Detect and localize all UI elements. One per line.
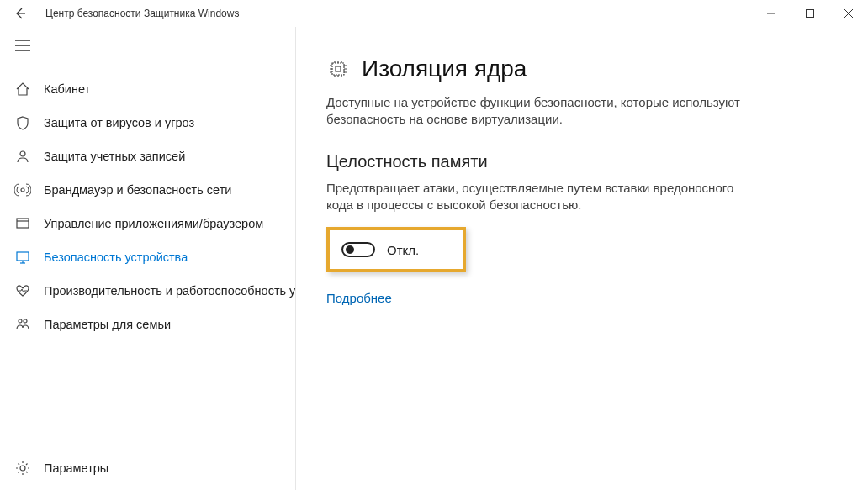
memory-integrity-toggle-row: Откл. bbox=[341, 242, 419, 257]
svg-rect-9 bbox=[17, 219, 29, 228]
svg-point-16 bbox=[20, 466, 25, 471]
titlebar: Центр безопасности Защитника Windows bbox=[0, 0, 868, 27]
toggle-label: Откл. bbox=[387, 243, 419, 257]
learn-more-link[interactable]: Подробнее bbox=[326, 291, 392, 305]
firewall-icon bbox=[13, 181, 32, 199]
page-title: Изоляция ядра bbox=[362, 55, 527, 82]
sidebar-item-performance[interactable]: Производительность и работоспособность у… bbox=[0, 274, 295, 308]
page-description: Доступные на устройстве функции безопасн… bbox=[326, 94, 764, 129]
window-title: Центр безопасности Защитника Windows bbox=[40, 8, 239, 19]
shield-icon bbox=[13, 113, 32, 132]
svg-rect-1 bbox=[807, 10, 814, 18]
sidebar-item-device-security[interactable]: Безопасность устройства bbox=[0, 240, 295, 274]
chip-icon bbox=[326, 57, 350, 81]
hamburger-icon bbox=[15, 40, 30, 51]
main-content: Изоляция ядра Доступные на устройстве фу… bbox=[296, 27, 868, 490]
arrow-left-icon bbox=[13, 7, 27, 20]
gear-icon bbox=[13, 459, 32, 477]
close-button[interactable] bbox=[829, 0, 868, 27]
family-icon bbox=[13, 315, 32, 334]
svg-point-7 bbox=[20, 151, 25, 156]
minimize-icon bbox=[767, 9, 775, 18]
sidebar-item-settings[interactable]: Параметры bbox=[0, 451, 295, 485]
sidebar-item-label: Брандмауэр и безопасность сети bbox=[32, 183, 231, 197]
svg-point-8 bbox=[21, 188, 24, 192]
sidebar-item-label: Управление приложениями/браузером bbox=[32, 217, 263, 230]
sidebar-item-label: Защита от вирусов и угроз bbox=[32, 116, 194, 129]
device-security-icon bbox=[13, 248, 32, 266]
sidebar-item-family[interactable]: Параметры для семьи bbox=[0, 308, 295, 341]
minimize-button[interactable] bbox=[752, 0, 791, 27]
app-browser-icon bbox=[13, 214, 32, 233]
highlight-box: Откл. bbox=[326, 227, 466, 272]
sidebar: Кабинет Защита от вирусов и угроз Защита… bbox=[0, 27, 296, 490]
back-button[interactable] bbox=[0, 0, 40, 27]
memory-integrity-toggle[interactable] bbox=[341, 242, 375, 257]
toggle-knob bbox=[346, 245, 354, 254]
sidebar-item-home[interactable]: Кабинет bbox=[0, 72, 295, 106]
sidebar-item-label: Параметры bbox=[32, 461, 108, 475]
sidebar-item-account[interactable]: Защита учетных записей bbox=[0, 140, 295, 173]
page-title-row: Изоляция ядра bbox=[326, 55, 838, 82]
svg-rect-18 bbox=[336, 66, 341, 71]
nav: Кабинет Защита от вирусов и угроз Защита… bbox=[0, 72, 295, 341]
heart-icon bbox=[13, 282, 32, 300]
svg-point-14 bbox=[19, 319, 22, 323]
section-description: Предотвращает атаки, осуществляемые путе… bbox=[326, 180, 764, 214]
account-icon bbox=[13, 147, 32, 166]
home-icon bbox=[13, 80, 32, 98]
sidebar-item-label: Кабинет bbox=[32, 82, 90, 96]
window-controls bbox=[752, 0, 868, 27]
close-icon bbox=[844, 9, 853, 18]
svg-rect-11 bbox=[17, 252, 29, 261]
sidebar-item-virus[interactable]: Защита от вирусов и угроз bbox=[0, 106, 295, 140]
sidebar-item-app-browser[interactable]: Управление приложениями/браузером bbox=[0, 207, 295, 240]
maximize-button[interactable] bbox=[791, 0, 829, 27]
sidebar-item-label: Защита учетных записей bbox=[32, 150, 185, 163]
sidebar-item-label: Безопасность устройства bbox=[32, 250, 188, 264]
section-title: Целостность памяти bbox=[326, 152, 838, 171]
sidebar-item-label: Производительность и работоспособность у… bbox=[32, 284, 295, 298]
sidebar-item-firewall[interactable]: Брандмауэр и безопасность сети bbox=[0, 173, 295, 207]
maximize-icon bbox=[806, 9, 814, 18]
hamburger-button[interactable] bbox=[0, 27, 295, 64]
svg-rect-17 bbox=[332, 63, 344, 75]
svg-point-15 bbox=[24, 319, 27, 323]
sidebar-item-label: Параметры для семьи bbox=[32, 318, 171, 331]
